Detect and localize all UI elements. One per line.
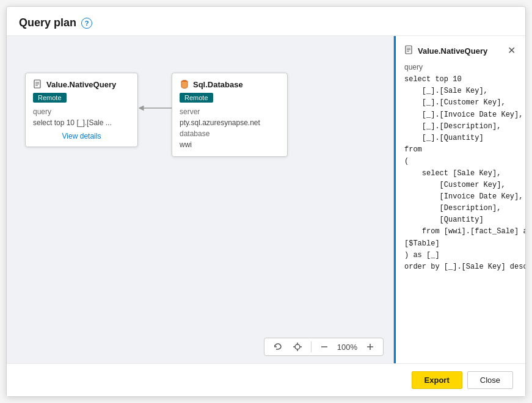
detail-panel-header: Value.NativeQuery ✕ [404,45,517,57]
sql-database-title: Sql.Database [193,80,243,89]
native-query-title: Value.NativeQuery [46,80,116,89]
detail-panel-icon [404,45,414,57]
query-plan-dialog: Query plan ? [6,6,526,397]
zoom-in-button[interactable] [362,341,378,352]
detail-panel-title: Value.NativeQuery [404,45,487,57]
sql-database-badge: Remote [180,93,213,103]
sql-database-icon [180,79,189,89]
native-query-badge: Remote [33,93,67,103]
detail-panel: Value.NativeQuery ✕ query select top 10 … [394,36,525,363]
dialog-body: Value.NativeQuery Remote query select to… [7,36,525,363]
native-query-icon [33,79,43,89]
dialog-title: Query plan [19,16,76,29]
undo-button[interactable] [269,341,286,353]
dialog-footer: Export Close [7,363,525,396]
help-icon[interactable]: ? [81,18,92,29]
connector-line [138,102,173,103]
sql-database-db-label: database [180,128,280,139]
native-query-prop-query: query [33,106,130,117]
sql-database-server-value: pty.sql.azuresynapse.net [180,117,280,128]
export-button[interactable]: Export [412,371,462,389]
dialog-header: Query plan ? [7,7,525,36]
detail-section-label: query [404,63,517,71]
canvas-area[interactable]: Value.NativeQuery Remote query select to… [7,36,394,363]
detail-panel-close-button[interactable]: ✕ [506,45,517,57]
zoom-out-button[interactable] [316,341,332,352]
zoom-level: 100% [335,343,360,352]
close-button[interactable]: Close [467,371,513,389]
sql-database-db-value: wwi [180,139,280,150]
native-query-prop-value: select top 10 [_].[Sale ... [33,117,130,128]
native-query-node-header: Value.NativeQuery [33,79,130,89]
canvas-toolbar: 100% [264,338,384,356]
sql-database-node-header: Sql.Database [180,79,280,89]
fit-view-button[interactable] [289,341,306,353]
native-query-node: Value.NativeQuery Remote query select to… [25,73,138,147]
sql-database-node: Sql.Database Remote server pty.sql.azure… [172,73,288,157]
canvas-content: Value.NativeQuery Remote query select to… [7,36,393,363]
sql-database-server-label: server [180,106,280,117]
toolbar-separator [311,341,312,352]
view-details-link[interactable]: View details [33,132,130,140]
svg-point-6 [295,344,300,349]
detail-code: select top 10 [_].[Sale Key], [_].[Custo… [404,74,517,273]
